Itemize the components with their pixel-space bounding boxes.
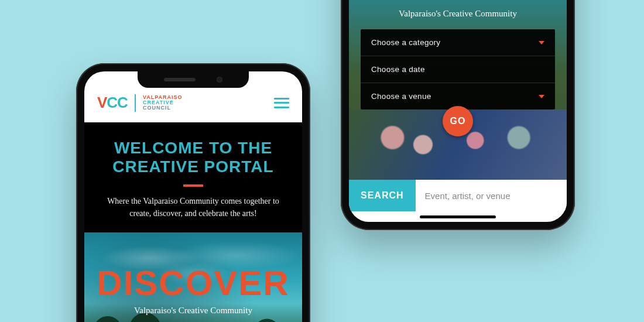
front-camera [217,77,222,83]
welcome-section: WELCOME TO THE CREATIVE PORTAL Where the… [84,122,302,232]
welcome-title: WELCOME TO THE CREATIVE PORTAL [100,139,287,176]
welcome-title-line1: WELCOME TO THE [114,139,272,157]
chevron-down-icon [539,95,544,98]
screen: VCC VALPARAISO CREATIVE COUNCIL WELCOME … [84,71,302,322]
app-header: VCC VALPARAISO CREATIVE COUNCIL [84,93,302,122]
svg-point-0 [94,316,122,322]
filter-date[interactable]: Choose a date [361,56,555,83]
phone-mockup-search: Valparaiso's Creative Community Choose a… [341,0,575,230]
home-indicator [420,215,496,218]
filter-venue-label: Choose a venue [371,92,431,101]
accent-rule [183,184,203,187]
svg-point-2 [254,319,280,322]
logo[interactable]: VCC VALPARAISO CREATIVE COUNCIL [97,94,183,112]
filter-category[interactable]: Choose a category [361,29,555,56]
crowd-image: GO [349,109,567,180]
go-button[interactable]: GO [443,106,473,136]
search-input[interactable] [416,180,567,211]
phone-notch [138,71,249,88]
search-bar: SEARCH [349,180,567,211]
hero-tagline: Valparaiso's Creative Community [349,0,567,19]
discover-filter-section: Valparaiso's Creative Community Choose a… [349,0,567,222]
welcome-subtitle: Where the Valparaiso Community comes tog… [100,195,287,220]
phone-mockup-home: VCC VALPARAISO CREATIVE COUNCIL WELCOME … [76,63,310,322]
filter-category-label: Choose a category [371,38,440,47]
speaker-grille [164,78,196,81]
logo-divider [135,94,136,112]
menu-icon[interactable] [274,98,289,108]
screen: Valparaiso's Creative Community Choose a… [349,0,567,222]
hero-section: DISCOVER Valparaiso's Creative Community [84,232,302,322]
logo-mark-cc: CC [107,94,128,111]
hero-tagline: Valparaiso's Creative Community [84,306,302,316]
filter-panel: Choose a category Choose a date Choose a… [361,29,555,109]
logo-text-line3: COUNCIL [143,105,183,111]
filter-date-label: Choose a date [371,65,425,74]
chevron-down-icon [539,41,544,44]
logo-text: VALPARAISO CREATIVE COUNCIL [143,95,183,111]
hero-headline: DISCOVER [84,232,302,303]
logo-mark: VCC [97,94,128,112]
search-label: SEARCH [349,180,416,211]
logo-mark-v: V [97,94,107,111]
welcome-title-line2: CREATIVE PORTAL [112,157,273,176]
